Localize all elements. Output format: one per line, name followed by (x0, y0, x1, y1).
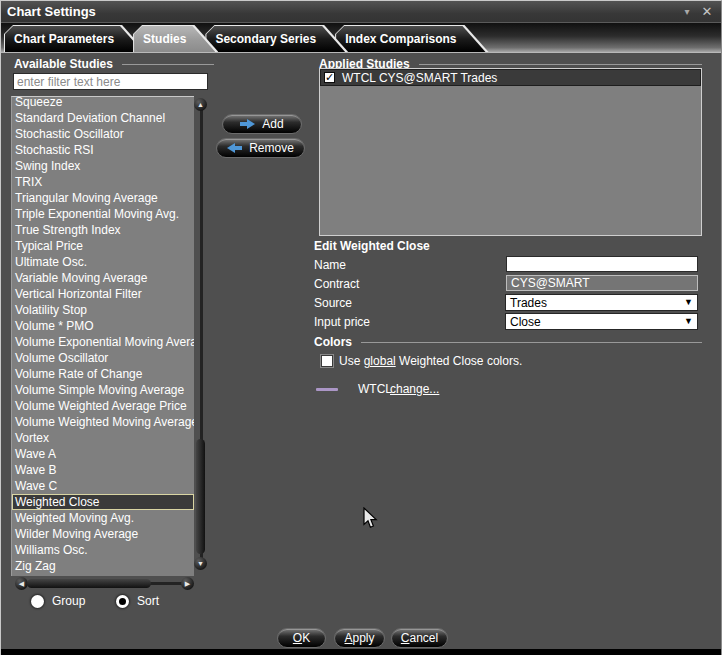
source-dropdown[interactable]: Trades ▼ (505, 294, 698, 311)
use-global-colors-checkbox[interactable] (321, 355, 333, 367)
list-item[interactable]: Standard Deviation Channel (12, 110, 194, 126)
window-menu-icon[interactable]: ▾ (679, 4, 695, 20)
tab-label: Index Comparisons (335, 25, 488, 46)
list-item[interactable]: Wilder Moving Average (12, 526, 194, 542)
add-button[interactable]: Add (222, 114, 302, 134)
use-global-colors-row: Use global Weighted Close colors. (321, 354, 522, 368)
ok-button-label: OK (293, 631, 310, 645)
tab-bar: Chart ParametersStudiesSecondary SeriesI… (1, 23, 721, 53)
list-item[interactable]: Swing Index (12, 158, 194, 174)
wtcl-color-swatch (316, 388, 338, 391)
list-item[interactable]: Volume * PMO (12, 318, 194, 334)
list-item[interactable]: Volatility Stop (12, 302, 194, 318)
header-rule (419, 64, 702, 65)
header-rule (361, 342, 702, 343)
chevron-down-icon: ▼ (684, 317, 693, 326)
list-item[interactable]: Typical Price (12, 238, 194, 254)
close-icon[interactable]: ✕ (699, 4, 715, 20)
remove-arrow-icon (227, 143, 242, 153)
list-item[interactable]: Zig Zag (12, 558, 194, 574)
list-item[interactable]: Triangular Moving Average (12, 190, 194, 206)
scroll-up-icon[interactable]: ▲ (194, 98, 207, 111)
chevron-down-icon: ▼ (684, 298, 693, 307)
input-price-dropdown[interactable]: Close ▼ (505, 313, 698, 330)
apply-button-label: Apply (344, 631, 374, 645)
mouse-cursor (363, 507, 378, 529)
list-item[interactable]: Volume Rate of Change (12, 366, 194, 382)
use-global-colors-label: Use global Weighted Close colors. (339, 354, 522, 368)
list-item[interactable]: Wave C (12, 478, 194, 494)
list-item[interactable]: True Strength Index (12, 222, 194, 238)
remove-button[interactable]: Remove (216, 138, 305, 158)
header-rule (122, 64, 214, 65)
name-input[interactable] (506, 256, 698, 272)
source-label: Source (314, 296, 352, 310)
input-price-dropdown-value: Close (510, 315, 541, 329)
sort-radio-circle[interactable] (116, 595, 129, 608)
scroll-down-icon[interactable]: ▼ (194, 557, 207, 570)
tab-studies[interactable]: Studies (133, 25, 218, 52)
tab-chart-parameters[interactable]: Chart Parameters (4, 25, 146, 52)
list-item[interactable]: Volume Weighted Average Price (12, 398, 194, 414)
remove-button-label: Remove (249, 141, 294, 155)
group-radio-label: Group (52, 594, 85, 608)
vertical-scrollbar-thumb[interactable] (196, 439, 205, 554)
edit-section-title: Edit Weighted Close (314, 239, 430, 253)
list-item[interactable]: Volume Exponential Moving Average (12, 334, 194, 350)
sort-radio-label: Sort (137, 594, 159, 608)
list-item[interactable]: Variable Moving Average (12, 270, 194, 286)
available-studies-title: Available Studies (14, 57, 113, 71)
source-dropdown-value: Trades (510, 296, 547, 310)
list-item[interactable]: Triple Exponential Moving Avg. (12, 206, 194, 222)
group-radio[interactable]: Group (31, 593, 85, 609)
add-button-label: Add (262, 117, 283, 131)
list-item[interactable]: Weighted Close (12, 494, 194, 510)
list-item[interactable]: Squeeze (12, 96, 194, 110)
list-item[interactable]: Volume Oscillator (12, 350, 194, 366)
tab-label: Studies (133, 25, 218, 46)
group-radio-circle[interactable] (31, 595, 44, 608)
add-arrow-icon (240, 119, 255, 129)
list-item[interactable]: Williams Osc. (12, 542, 194, 558)
list-item[interactable]: Wave B (12, 462, 194, 478)
tab-secondary-series[interactable]: Secondary Series (205, 25, 348, 52)
tab-label: Secondary Series (205, 25, 348, 46)
scroll-right-icon[interactable]: ▶ (181, 577, 194, 590)
list-item[interactable]: Volume Simple Moving Average (12, 382, 194, 398)
colors-header: Colors (314, 335, 702, 349)
applied-studies-list[interactable]: ✓WTCL CYS@SMART Trades (319, 68, 702, 236)
list-item[interactable]: Volume Weighted Moving Average (12, 414, 194, 430)
cancel-button[interactable]: Cancel (391, 628, 448, 648)
chart-settings-dialog: Chart Settings ▾ ✕ Chart ParametersStudi… (0, 0, 722, 655)
applied-study-checkbox[interactable]: ✓ (324, 72, 335, 83)
list-item[interactable]: Vertical Horizontal Filter (12, 286, 194, 302)
title-bar: Chart Settings ▾ ✕ (1, 1, 721, 23)
list-item[interactable]: Weighted Moving Avg. (12, 510, 194, 526)
available-studies-list[interactable]: SqueezeStandard Deviation ChannelStochas… (11, 96, 194, 576)
list-item[interactable]: Stochastic RSI (12, 142, 194, 158)
tab-index-comparisons[interactable]: Index Comparisons (335, 25, 488, 52)
change-color-link[interactable]: change... (390, 382, 439, 396)
contract-value: CYS@SMART (506, 275, 698, 291)
list-item[interactable]: Wave A (12, 446, 194, 462)
list-item[interactable]: Ultimate Osc. (12, 254, 194, 270)
list-item[interactable]: Stochastic Oscillator (12, 126, 194, 142)
wtcl-series-label: WTCL (358, 382, 392, 396)
filter-input[interactable] (13, 73, 208, 90)
label-text: Weighted Close colors. (396, 354, 523, 368)
contract-label: Contract (314, 277, 359, 291)
colors-title: Colors (314, 335, 352, 349)
cancel-button-label: Cancel (401, 631, 438, 645)
global-link[interactable]: global (364, 354, 396, 368)
ok-button[interactable]: OK (277, 628, 326, 648)
available-studies-header: Available Studies (14, 57, 214, 71)
applied-study-label: WTCL CYS@SMART Trades (342, 71, 497, 85)
applied-study-row[interactable]: ✓WTCL CYS@SMART Trades (320, 69, 701, 86)
dialog-content: Available Studies SqueezeStandard Deviat… (1, 53, 722, 649)
list-item[interactable]: Vortex (12, 430, 194, 446)
list-item[interactable]: TRIX (12, 174, 194, 190)
apply-button[interactable]: Apply (334, 628, 385, 648)
horizontal-scrollbar-thumb[interactable] (27, 579, 151, 588)
label-text: Use (339, 354, 364, 368)
sort-radio[interactable]: Sort (116, 593, 159, 609)
